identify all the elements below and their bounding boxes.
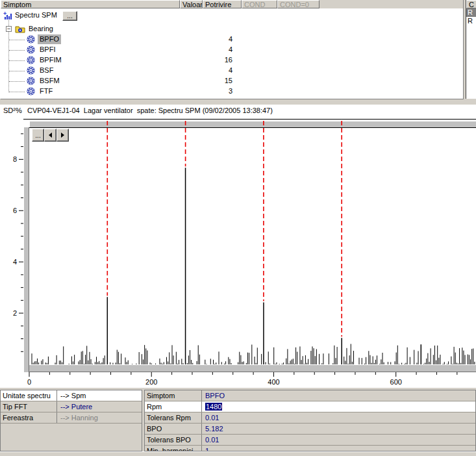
property-value[interactable]: 0.01 — [202, 435, 475, 445]
tree-group-label[interactable]: Bearing — [27, 24, 55, 34]
x-tick-label: 600 — [390, 378, 402, 386]
property-row-fereastra: Fereastra--> Hanning — [1, 412, 142, 424]
property-row-tolerans-bpo: Tolerans BPO0.01 — [145, 435, 475, 446]
potrivire-value: 3 — [199, 86, 232, 97]
app-window: SimptomValoarePotrivireCONDCOND=0 +Spect… — [0, 0, 476, 456]
window-bottom-edge — [0, 451, 476, 456]
property-value[interactable]: BPFO — [202, 390, 475, 401]
property-value[interactable]: 0.01 — [202, 412, 475, 423]
symptom-properties-table: SimptomBPFORpm1480Tolerans Rpm0.01BPO5.1… — [144, 390, 476, 451]
x-tick-label: 200 — [145, 378, 157, 386]
bearing-icon — [27, 87, 35, 98]
side-panel-row[interactable]: R — [466, 8, 476, 17]
column-header-potrivire[interactable]: Potrivire — [203, 0, 242, 8]
potrivire-value: 4 — [199, 66, 232, 76]
x-axis-bar — [29, 364, 476, 372]
editing-value[interactable]: 1480 — [205, 403, 222, 411]
property-row-min-harmonici: Min. harmonici1 — [145, 446, 475, 451]
spectrum-plot[interactable]: 24680200400600 — [0, 118, 476, 388]
potrivire-value: 4 — [199, 34, 232, 45]
y-tick-label: 4 — [13, 258, 17, 266]
y-axis-bar — [23, 127, 29, 372]
side-panel-row[interactable]: R — [466, 17, 476, 25]
y-tick-label: 8 — [13, 155, 17, 163]
x-tick-label: 400 — [268, 378, 279, 386]
symptom-tree-panel: SimptomValoarePotrivireCONDCOND=0 +Spect… — [0, 0, 464, 99]
chart-toolbar: ... — [32, 129, 69, 142]
property-label: BPO — [145, 424, 202, 434]
spectrum-icon: + — [3, 11, 12, 20]
property-label: Tolerans Rpm — [145, 412, 202, 423]
svg-text:+: + — [3, 11, 6, 17]
column-header-simptom[interactable]: Simptom — [1, 0, 180, 8]
property-label: Simptom — [145, 390, 202, 401]
property-label: Tip FFT — [1, 401, 57, 412]
spectrum-chart-panel: SD²% CVP04-VEJ1-04 Lagar ventilator spat… — [0, 105, 476, 388]
property-label: Min. harmonici — [145, 446, 202, 451]
collapse-expander[interactable]: − — [6, 26, 12, 32]
tree-item-label[interactable]: BPFIM — [38, 55, 64, 65]
root-options-button[interactable]: ... — [62, 11, 77, 21]
property-row-tolerans-rpm: Tolerans Rpm0.01 — [145, 412, 475, 424]
property-label: Tolerans BPO — [145, 435, 202, 445]
spectrum-settings-table: Unitate spectru--> SpmTip FFT--> PutereF… — [0, 390, 142, 451]
property-row-bpo: BPO5.182 — [145, 424, 475, 435]
property-label: Fereastra — [1, 412, 57, 423]
left-arrow-icon — [49, 133, 52, 138]
potrivire-value: 15 — [199, 76, 232, 86]
tree-item-label[interactable]: FTF — [38, 86, 55, 96]
column-header-valoare[interactable]: Valoare — [180, 0, 203, 8]
tree-item-label[interactable]: BPFO — [38, 34, 61, 44]
prev-button[interactable] — [44, 129, 56, 142]
potrivire-value: 4 — [199, 45, 232, 55]
tree-column-headers: SimptomValoarePotrivireCONDCOND=0 — [1, 0, 463, 8]
property-row-unitate-spectru: Unitate spectru--> Spm — [1, 390, 142, 401]
x-tick-label: 0 — [27, 378, 31, 386]
tree-root-label[interactable]: Spectru SPM — [13, 10, 59, 20]
property-row-tip-fft: Tip FFT--> Putere — [1, 401, 142, 412]
y-tick-label: 2 — [13, 309, 17, 317]
property-label: Rpm — [145, 401, 202, 412]
chart-titlebar: SD²% CVP04-VEJ1-04 Lagar ventilator spat… — [0, 105, 476, 118]
tree-item-label[interactable]: BSFM — [38, 76, 62, 86]
y-axis-unit-label: SD²% — [3, 105, 22, 117]
property-value[interactable]: 1480 — [202, 401, 475, 412]
next-button[interactable] — [56, 129, 69, 142]
property-value[interactable]: --> Hanning — [57, 412, 142, 423]
property-value[interactable]: --> Spm — [57, 390, 142, 401]
potrivire-value: 16 — [199, 55, 232, 66]
right-arrow-icon — [61, 133, 64, 138]
tree-item-label[interactable]: BPFI — [38, 45, 57, 55]
column-header-cond[interactable]: COND — [242, 0, 277, 8]
column-header-filler — [319, 0, 463, 8]
cond-panel-header[interactable]: C — [466, 0, 476, 8]
property-row-rpm: Rpm1480 — [145, 401, 475, 412]
tree-item-label[interactable]: BSF — [38, 66, 55, 75]
property-label: Unitate spectru — [1, 390, 57, 401]
property-value[interactable]: 5.182 — [202, 424, 475, 434]
symptom-tree: +Spectru SPM...−BearingBPFO4BPFI4BPFIM16… — [1, 8, 463, 99]
y-tick-label: 6 — [13, 207, 17, 214]
property-value[interactable]: --> Putere — [57, 401, 142, 412]
property-value[interactable]: 1 — [202, 446, 475, 451]
chart-title: CVP04-VEJ1-04 Lagar ventilator spate: Sp… — [27, 105, 273, 117]
options-button[interactable]: ... — [32, 129, 44, 142]
property-row-simptom: SimptomBPFO — [145, 390, 475, 401]
cond-side-panel: C RR — [466, 0, 476, 99]
column-header-cond-0[interactable]: COND=0 — [277, 0, 319, 8]
